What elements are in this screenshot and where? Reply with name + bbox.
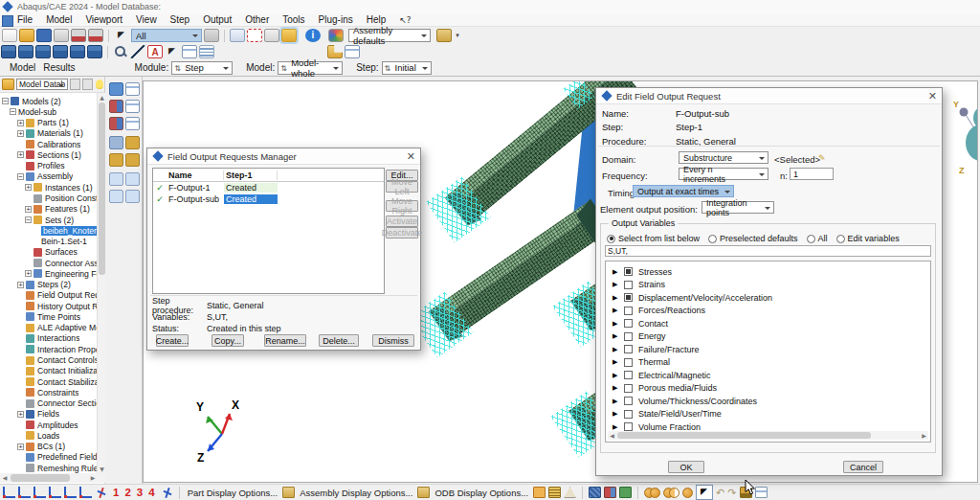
tree-item[interactable]: Models (2) xyxy=(0,96,97,106)
menu-item[interactable]: File xyxy=(17,14,33,25)
variable-row[interactable]: Stresses xyxy=(606,265,930,279)
variable-checkbox[interactable] xyxy=(624,371,633,379)
tree-tips-bulb-icon[interactable] xyxy=(96,80,103,89)
view-preset-number[interactable]: 2 xyxy=(124,487,130,498)
save-icon[interactable] xyxy=(36,29,52,42)
view-back-icon[interactable] xyxy=(18,487,31,498)
expand-arrow-icon[interactable] xyxy=(612,281,624,288)
capture-region-icon[interactable] xyxy=(247,29,262,42)
axes-tool-2-icon[interactable] xyxy=(109,190,123,203)
shaded-display-icon[interactable] xyxy=(564,487,576,498)
wireframe-cube-icon[interactable] xyxy=(533,487,546,498)
query-info-icon[interactable] xyxy=(305,29,321,42)
tree-item[interactable]: ALE Adaptive Mesh C xyxy=(0,323,97,333)
ale-adaptive-mesh-icon[interactable] xyxy=(109,136,123,149)
tab-results[interactable]: Results xyxy=(39,61,78,74)
expand-arrow-icon[interactable] xyxy=(612,294,624,302)
tree-item[interactable]: Bein-1.Set-1 xyxy=(0,236,97,246)
edit-attributes-icon[interactable] xyxy=(125,136,140,149)
scrollbar-thumb[interactable] xyxy=(11,474,70,482)
expand-arrow-icon[interactable] xyxy=(612,332,624,340)
variables-horizontal-scrollbar[interactable]: ◀ ▶ xyxy=(608,431,928,440)
request-name-cell[interactable]: F-Output-1 xyxy=(167,183,224,193)
delete-button[interactable]: Delete... xyxy=(319,334,359,347)
menu-item[interactable]: Model xyxy=(46,14,72,25)
variables-expression-field[interactable]: S,UT, xyxy=(605,245,931,257)
csys-manager-icon[interactable] xyxy=(345,45,360,58)
axes-tool-icon[interactable] xyxy=(125,172,140,186)
rename-button[interactable]: Rename... xyxy=(264,334,306,347)
model-combo[interactable]: Model-whole xyxy=(278,61,343,75)
variable-row[interactable]: Porous media/Fluids xyxy=(606,382,930,396)
tree-vertical-scrollbar[interactable]: ▲ ▼ xyxy=(97,93,105,473)
tree-expander-icon[interactable] xyxy=(17,411,24,418)
expand-arrow-icon[interactable] xyxy=(612,358,624,366)
intersect-display-group-icon[interactable] xyxy=(663,488,679,498)
tree-item[interactable]: Features (1) xyxy=(0,204,97,215)
replace-display-group-icon[interactable] xyxy=(644,488,660,498)
axes-tool-3-icon[interactable] xyxy=(125,190,140,203)
odb-display-options-button[interactable]: ODB Display Options... xyxy=(433,488,530,498)
viewport-layout-4-icon[interactable] xyxy=(53,45,68,58)
requests-table[interactable]: Name Step-1 F-Output-1 Created F-Output-… xyxy=(152,168,385,294)
tree-item[interactable]: Predefined Fields xyxy=(0,452,97,463)
module-combo[interactable]: Step xyxy=(171,61,233,75)
variable-row[interactable]: Strains xyxy=(606,279,930,292)
color-code-combo[interactable]: Assembly defaults xyxy=(348,29,431,42)
tree-item[interactable]: Surfaces xyxy=(0,247,97,258)
tree-expander-icon[interactable] xyxy=(17,151,24,158)
dialog-title-bar[interactable]: Field Output Requests Manager ✕ xyxy=(147,148,420,165)
part-tool-icon[interactable] xyxy=(109,153,123,167)
tree-expander-icon[interactable] xyxy=(2,98,9,104)
green-cube-icon[interactable] xyxy=(619,487,632,498)
view-left-icon[interactable] xyxy=(64,487,77,498)
view-iso-icon[interactable] xyxy=(95,487,107,499)
variable-checkbox[interactable] xyxy=(624,422,633,431)
view-compass[interactable]: Y Z xyxy=(952,97,978,177)
variable-checkbox[interactable] xyxy=(624,397,633,405)
tree-item[interactable]: Contact Controls xyxy=(0,354,97,365)
field-output-manager-icon[interactable] xyxy=(125,100,140,113)
dismiss-button[interactable]: Dismiss xyxy=(372,334,414,347)
close-icon[interactable]: ✕ xyxy=(407,151,415,162)
tree-item[interactable]: Connector Sections xyxy=(0,398,97,408)
tree-item[interactable]: Time Points xyxy=(0,311,97,322)
step-manager-icon[interactable] xyxy=(125,82,140,96)
tree-item[interactable]: Contact Stabilizations xyxy=(0,376,97,387)
tree-filter-icon[interactable] xyxy=(82,79,93,90)
annotation-manager-icon[interactable] xyxy=(182,45,197,58)
tree-item[interactable]: Fields xyxy=(0,409,97,420)
radio-icon[interactable] xyxy=(607,235,615,243)
radio-option[interactable]: All xyxy=(807,234,828,243)
viewport-layout-3-icon[interactable] xyxy=(35,45,51,58)
tree-expander-icon[interactable] xyxy=(25,216,32,223)
variable-row[interactable]: Displacement/Velocity/Acceleration xyxy=(606,291,930,305)
scroll-left-icon[interactable]: ◀ xyxy=(608,431,616,440)
tree-item[interactable]: Connector Assignm xyxy=(0,258,97,268)
tree-item[interactable]: Remeshing Rules xyxy=(0,463,97,473)
expand-arrow-icon[interactable] xyxy=(612,410,624,418)
view-custom-icon[interactable] xyxy=(161,487,173,499)
remove-display-group-icon[interactable] xyxy=(682,488,693,498)
tree-expander-icon[interactable] xyxy=(10,108,16,115)
scrollbar-thumb[interactable] xyxy=(617,432,871,439)
redo-icon[interactable]: ↷ xyxy=(727,487,736,499)
variable-checkbox[interactable] xyxy=(624,307,633,315)
model-database-combo[interactable]: Model Datab xyxy=(16,79,68,90)
history-output-manager-icon[interactable] xyxy=(125,117,140,130)
undo-icon[interactable]: ↶ xyxy=(716,487,724,499)
viewport-cascade-icon[interactable] xyxy=(87,45,102,58)
menu-item[interactable]: Help xyxy=(367,14,387,25)
expand-arrow-icon[interactable] xyxy=(612,268,624,276)
annotate-text-icon[interactable] xyxy=(147,45,163,58)
view-preset-number[interactable]: 3 xyxy=(137,487,143,498)
expand-arrow-icon[interactable] xyxy=(612,320,624,328)
tree-item[interactable]: Interactions xyxy=(0,333,97,344)
part-display-cube-icon[interactable] xyxy=(282,487,295,498)
tree-item[interactable]: Engineering Featu xyxy=(0,268,97,279)
tree-item[interactable]: Amplitudes xyxy=(0,420,97,430)
tree-item[interactable]: Model-sub xyxy=(0,106,97,117)
tree-item[interactable]: Parts (1) xyxy=(0,118,97,128)
menu-item[interactable]: Output xyxy=(203,14,232,25)
table-row[interactable]: F-Output-1 Created xyxy=(153,182,384,193)
